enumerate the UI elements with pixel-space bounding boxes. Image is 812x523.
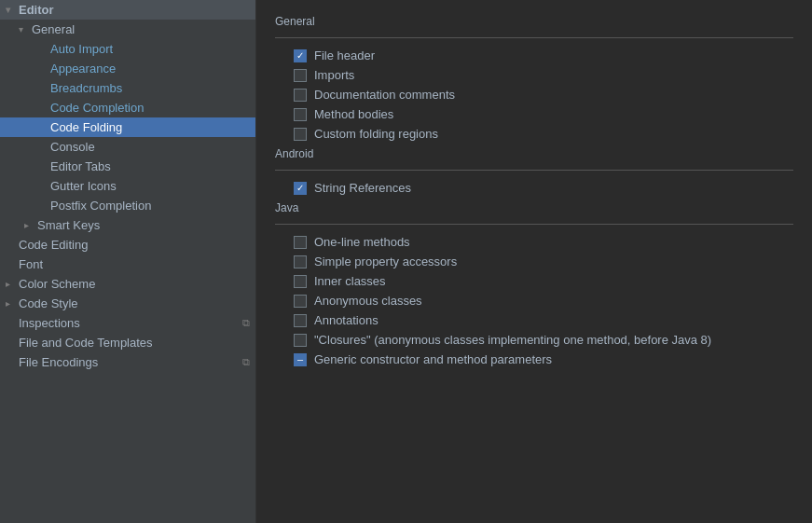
sidebar-item-font[interactable]: Font [0,255,255,274]
section-label-java: Java [275,201,793,214]
checkbox-imports[interactable] [294,69,307,82]
checkbox-one-line-methods[interactable] [294,236,307,249]
check-row-anonymous-classes: Anonymous classes [275,291,793,310]
sidebar-item-file-encodings[interactable]: File Encodings ⧉ [0,352,255,372]
sidebar-item-editor-tabs[interactable]: Editor Tabs [0,157,255,176]
section-label-general: General [275,15,793,28]
divider-general [275,37,793,38]
sidebar-item-gutter-icons[interactable]: Gutter Icons [0,176,255,196]
section-android: Android String References [275,147,793,198]
sidebar-item-editor[interactable]: Editor [0,0,255,20]
check-row-string-references: String References [275,178,793,198]
check-row-generic-constructor: Generic constructor and method parameter… [275,350,793,369]
sidebar: Editor General Auto Import Appearance Br… [0,0,256,523]
sidebar-item-smart-keys[interactable]: Smart Keys [0,215,255,235]
sidebar-label-file-encodings: File Encodings [19,355,98,369]
divider-java [275,224,793,225]
check-label-generic-constructor: Generic constructor and method parameter… [314,352,552,366]
checkbox-simple-property-accessors[interactable] [294,255,307,268]
check-row-inner-classes: Inner classes [275,271,793,291]
sidebar-item-general[interactable]: General [0,20,255,39]
sidebar-label-editor-tabs: Editor Tabs [50,159,111,173]
check-row-documentation-comments: Documentation comments [275,85,793,104]
check-row-custom-folding-regions: Custom folding regions [275,124,793,144]
sidebar-item-postfix-completion[interactable]: Postfix Completion [0,196,255,215]
check-label-closures: "Closures" (anonymous classes implementi… [314,333,711,347]
sidebar-item-code-folding[interactable]: Code Folding [0,117,255,137]
sidebar-label-code-style: Code Style [19,296,78,310]
sidebar-item-appearance[interactable]: Appearance [0,59,255,78]
sidebar-item-auto-import[interactable]: Auto Import [0,39,255,59]
checkbox-anonymous-classes[interactable] [294,295,307,308]
sidebar-item-code-editing[interactable]: Code Editing [0,235,255,255]
check-row-simple-property-accessors: Simple property accessors [275,252,793,271]
sidebar-label-appearance: Appearance [50,62,116,76]
checkbox-method-bodies[interactable] [294,108,307,121]
sidebar-item-code-completion[interactable]: Code Completion [0,98,255,117]
check-row-one-line-methods: One-line methods [275,232,793,252]
check-row-method-bodies: Method bodies [275,104,793,124]
chevron-general-icon [19,24,32,34]
check-row-annotations: Annotations [275,310,793,330]
check-label-documentation-comments: Documentation comments [314,88,455,102]
check-label-inner-classes: Inner classes [314,274,386,288]
sidebar-item-color-scheme[interactable]: Color Scheme [0,274,255,294]
chevron-smart-keys-icon [24,220,37,230]
check-label-custom-folding-regions: Custom folding regions [314,127,438,141]
main-content: General File header Imports Documentatio… [256,0,812,523]
sidebar-item-breadcrumbs[interactable]: Breadcrumbs [0,78,255,98]
checkbox-custom-folding-regions[interactable] [294,128,307,141]
sidebar-item-console[interactable]: Console [0,137,255,157]
sidebar-label-code-editing: Code Editing [19,238,88,252]
chevron-code-style-icon [6,298,19,309]
sidebar-item-file-code-templates[interactable]: File and Code Templates [0,333,255,352]
divider-android [275,170,793,171]
check-label-method-bodies: Method bodies [314,107,393,121]
sidebar-label-auto-import: Auto Import [50,42,113,56]
checkbox-inner-classes[interactable] [294,275,307,288]
section-general: General File header Imports Documentatio… [275,15,793,144]
check-row-closures: "Closures" (anonymous classes implementi… [275,330,793,350]
copy-icon-encodings: ⧉ [242,356,250,368]
check-label-string-references: String References [314,181,411,195]
checkbox-closures[interactable] [294,334,307,347]
sidebar-label-editor: Editor [19,3,54,17]
checkbox-documentation-comments[interactable] [294,89,307,102]
sidebar-label-postfix-completion: Postfix Completion [50,199,151,213]
check-label-annotations: Annotations [314,313,378,327]
chevron-editor-icon [6,5,19,15]
check-label-one-line-methods: One-line methods [314,235,410,249]
section-java: Java One-line methods Simple property ac… [275,201,793,369]
check-label-simple-property-accessors: Simple property accessors [314,255,457,268]
sidebar-label-code-folding: Code Folding [50,120,122,134]
sidebar-label-font: Font [19,257,43,271]
copy-icon: ⧉ [242,317,250,329]
sidebar-label-console: Console [50,140,95,154]
sidebar-label-code-completion: Code Completion [50,101,144,115]
sidebar-label-inspections: Inspections [19,316,80,330]
checkbox-generic-constructor[interactable] [294,353,307,366]
sidebar-label-general: General [32,22,75,36]
check-label-file-header: File header [314,48,375,62]
sidebar-item-code-style[interactable]: Code Style [0,294,255,313]
check-row-imports: Imports [275,65,793,85]
checkbox-annotations[interactable] [294,314,307,327]
check-row-file-header: File header [275,46,793,65]
sidebar-label-color-scheme: Color Scheme [19,277,95,291]
sidebar-label-smart-keys: Smart Keys [37,218,100,232]
checkbox-file-header[interactable] [294,49,307,62]
chevron-color-scheme-icon [6,279,19,289]
sidebar-label-file-code-templates: File and Code Templates [19,336,153,350]
check-label-imports: Imports [314,68,354,82]
section-label-android: Android [275,147,793,160]
sidebar-item-inspections[interactable]: Inspections ⧉ [0,313,255,333]
checkbox-string-references[interactable] [294,182,307,195]
check-label-anonymous-classes: Anonymous classes [314,294,422,308]
sidebar-label-gutter-icons: Gutter Icons [50,179,117,193]
sidebar-label-breadcrumbs: Breadcrumbs [50,81,122,95]
